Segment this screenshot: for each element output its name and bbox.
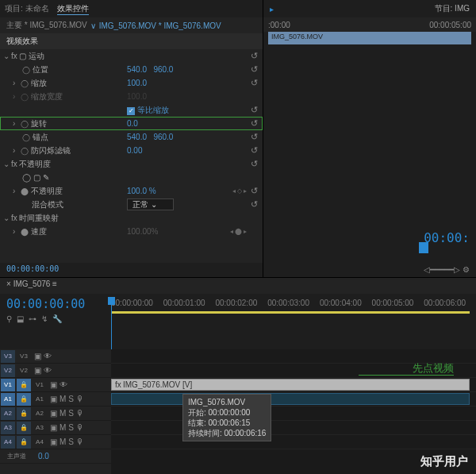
chevron-right-icon[interactable]: › — [13, 227, 21, 236]
prop-uniform-scale[interactable]: ✓等比缩放 ↺ — [0, 103, 263, 117]
link-icon[interactable]: ⊶ — [29, 314, 36, 323]
track-a4[interactable]: A4🔒A4▣MS🎙 — [0, 435, 111, 449]
ellipse-mask-icon[interactable]: ◯ — [22, 173, 31, 182]
rotation-value[interactable]: 0.0 — [127, 119, 138, 128]
mini-timeline-panel: ▸ 节目: IMG :00:0000:00:05:00 IMG_5076.MOV… — [263, 0, 476, 277]
timeline-ruler[interactable]: 00:00:00:0000:00:01:0000:00:02:0000:00:0… — [111, 294, 476, 326]
sequence-timecode[interactable]: 00:00:00:00 — [6, 297, 105, 311]
track-a1[interactable]: A1🔒A1▣MS🎙 — [0, 392, 111, 407]
mic-icon[interactable]: 🎙 — [76, 395, 84, 403]
chevron-right-icon[interactable]: › — [13, 79, 21, 87]
fx-icon[interactable]: fx — [11, 52, 17, 60]
stopwatch-icon[interactable]: ◯ — [21, 147, 29, 155]
rect-mask-icon[interactable]: ▢ — [33, 173, 40, 182]
effect-motion[interactable]: ⌄ fx ▢ 运动 ↺ — [0, 49, 263, 63]
reset-icon[interactable]: ↺ — [251, 145, 258, 156]
checkbox-icon[interactable]: ✓ — [127, 107, 135, 115]
prop-opacity-value[interactable]: › ⬤ 不透明度 100.0 % ◂ ◇ ▸ ↺ — [0, 184, 263, 198]
lock-icon[interactable]: 🔒 — [17, 407, 31, 420]
chevron-right-icon[interactable]: › — [13, 146, 21, 155]
prop-anchor[interactable]: ◯ 锚点 540.0 960.0 ↺ — [0, 130, 263, 144]
chevron-right-icon[interactable]: › — [13, 187, 21, 195]
video-clip[interactable]: fx IMG_5076.MOV [V] — [111, 379, 470, 391]
reset-icon[interactable]: ↺ — [251, 186, 258, 196]
pen-mask-icon[interactable]: ✎ — [43, 173, 49, 182]
stopwatch-icon[interactable]: ◯ — [22, 66, 30, 74]
fx-icon[interactable]: fx — [11, 214, 17, 222]
tab-project[interactable]: 项目: 未命名 — [5, 3, 49, 14]
track-v3[interactable]: V3V3▣👁 — [0, 349, 111, 364]
stopwatch-icon[interactable]: ◯ — [21, 79, 29, 87]
track-v1[interactable]: V1🔒V1▣👁 — [0, 378, 111, 392]
wrench-icon[interactable]: 🔧 — [52, 314, 62, 323]
breadcrumb-clip[interactable]: IMG_5076.MOV * IMG_5076.MOV — [99, 21, 221, 30]
prop-flicker[interactable]: › ◯ 防闪烁滤镜 0.00 ↺ — [0, 144, 263, 157]
chevron-right-icon[interactable]: › — [13, 119, 21, 128]
mic-icon[interactable]: 🎙 — [76, 423, 84, 432]
track-master[interactable]: 主声道0.0 — [0, 449, 111, 464]
lock-icon[interactable]: 🔒 — [17, 436, 31, 449]
prop-position[interactable]: ◯ 位置 540.0 960.0 ↺ — [0, 63, 263, 76]
prop-blend-mode[interactable]: 混合模式 正常 ⌄ ↺ — [0, 198, 263, 211]
fx-icon[interactable]: fx — [11, 160, 17, 168]
effects-timecode[interactable]: 00:00:00:00 — [0, 263, 263, 277]
reset-icon[interactable]: ↺ — [251, 159, 258, 169]
reset-icon[interactable]: ↺ — [251, 118, 258, 129]
position-values[interactable]: 540.0 960.0 — [127, 65, 173, 74]
reset-icon[interactable]: ↺ — [251, 51, 258, 61]
toggle-output-icon[interactable]: ▣ — [34, 366, 41, 375]
track-a2[interactable]: A2🔒A2▣MS🎙 — [0, 407, 111, 421]
program-label: 节目: IMG — [435, 3, 470, 14]
mini-clip[interactable]: IMG_5076.MOV — [268, 32, 471, 44]
sequence-tab[interactable]: × IMG_5076 ≡ — [0, 278, 476, 294]
reset-icon[interactable]: ↺ — [251, 132, 258, 142]
keyframe-nav[interactable]: ◂ ◇ ▸ — [232, 187, 247, 195]
toggle-output-icon[interactable]: ▣ — [34, 352, 41, 360]
mic-icon[interactable]: 🎙 — [76, 409, 84, 418]
stopwatch-icon[interactable]: ⬤ — [21, 228, 29, 236]
eye-icon[interactable]: 👁 — [44, 366, 52, 375]
track-v2[interactable]: V2V2▣👁 — [0, 364, 111, 378]
opacity-masks[interactable]: ◯ ▢ ✎ — [0, 171, 263, 184]
speed-value[interactable]: 100.00% — [127, 227, 158, 236]
reset-icon[interactable]: ↺ — [251, 64, 258, 75]
mic-icon[interactable]: 🎙 — [76, 437, 84, 446]
reset-icon[interactable]: ↺ — [251, 199, 258, 210]
settings-icon[interactable]: ↯ — [41, 314, 48, 323]
lock-icon[interactable]: 🔒 — [17, 422, 31, 434]
opacity-value[interactable]: 100.0 % — [127, 187, 156, 195]
anchor-values[interactable]: 540.0 960.0 — [127, 133, 173, 141]
effect-opacity[interactable]: ⌄ fx 不透明度 ↺ — [0, 157, 263, 171]
work-area-bar[interactable] — [111, 311, 470, 314]
lock-icon[interactable]: 🔒 — [17, 379, 31, 391]
prop-rotation[interactable]: › ◯ 旋转 0.0 ↺ — [0, 117, 263, 130]
prop-scale[interactable]: › ◯ 缩放 100.0 ↺ — [0, 76, 263, 90]
lock-icon[interactable]: 🔒 — [17, 393, 31, 406]
snap-icon[interactable]: ⚲ — [6, 314, 12, 323]
toggle-output-icon[interactable]: ▣ — [50, 380, 57, 389]
eye-icon[interactable]: 👁 — [44, 352, 52, 360]
mini-ruler[interactable]: :00:0000:00:05:00 — [263, 17, 476, 32]
stopwatch-icon[interactable]: ◯ — [22, 133, 30, 141]
program-playhead[interactable] — [419, 242, 428, 253]
prop-speed[interactable]: › ⬤ 速度 100.00% ◂ ⬤ ▸ — [0, 225, 263, 238]
eye-icon[interactable]: 👁 — [60, 380, 67, 389]
scale-value[interactable]: 100.0 — [127, 79, 147, 87]
flicker-value[interactable]: 0.00 — [127, 146, 142, 155]
blend-dropdown[interactable]: 正常 ⌄ — [127, 198, 174, 210]
section-video-effects: 视频效果 — [0, 33, 263, 49]
annotation-text: 先点视频 — [413, 361, 454, 376]
tab-effects[interactable]: 效果控件 — [57, 3, 89, 15]
prop-scale-width: › ◯ 缩放宽度 100.0 — [0, 90, 263, 103]
audio-clip[interactable] — [111, 393, 470, 405]
keyframe-nav[interactable]: ◂ ⬤ ▸ — [230, 228, 247, 235]
track-a3[interactable]: A3🔒A3▣MS🎙 — [0, 421, 111, 435]
marker-icon[interactable]: ⬓ — [17, 314, 24, 323]
reset-icon[interactable]: ↺ — [251, 78, 258, 88]
effect-time-remap[interactable]: ⌄ fx 时间重映射 — [0, 211, 263, 225]
stopwatch-icon[interactable]: ⬤ — [21, 187, 29, 195]
zoom-scrollbar[interactable]: ◁━━━━━▷ ⚙ — [424, 265, 470, 274]
playhead-marker[interactable]: ▸ — [270, 5, 274, 13]
reset-icon[interactable]: ↺ — [251, 105, 258, 115]
stopwatch-icon[interactable]: ◯ — [21, 120, 29, 128]
